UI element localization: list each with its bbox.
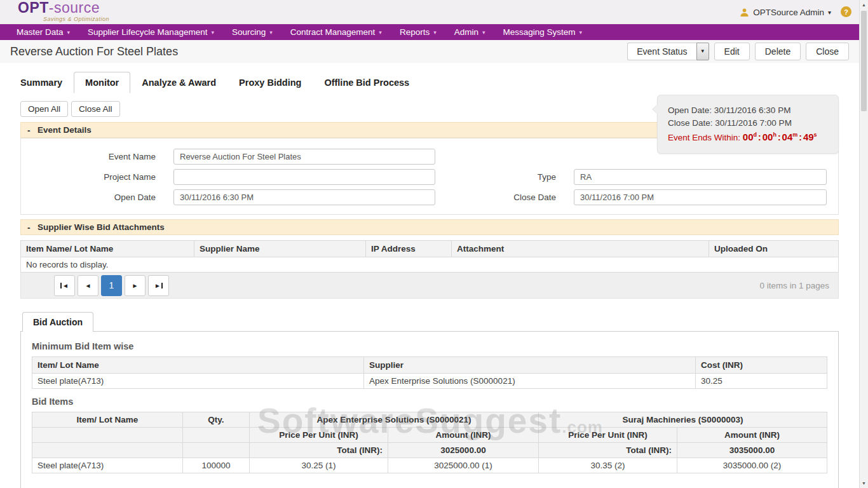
logo-primary: OPT	[18, 0, 49, 16]
no-records-message: No records to display.	[21, 257, 839, 273]
section-supplier-attachments[interactable]: - Supplier Wise Bid Attachments	[20, 219, 839, 235]
nav-item-messaging-system[interactable]: Messaging System▾	[494, 24, 592, 40]
col-item-lot: Item/ Lot Name	[32, 357, 364, 374]
chevron-down-icon: ▾	[211, 29, 214, 36]
s2-amount: 3035000.00 (2)	[677, 458, 827, 473]
project-name-label: Project Name	[21, 172, 173, 182]
chevron-down-icon: ▾	[433, 29, 437, 36]
top-bar: OPT-source Savings & Optimization OPTSou…	[0, 0, 868, 24]
nav-item-master-data[interactable]: Master Data▾	[8, 24, 79, 40]
logo-secondary: -source	[49, 0, 100, 16]
open-date-field[interactable]	[173, 189, 435, 205]
project-name-field[interactable]	[173, 169, 435, 185]
countdown-days: 00d	[743, 132, 757, 142]
supplier2-header: Suraj Machineries (S0000003)	[539, 412, 827, 428]
first-page-icon: ◄	[62, 282, 69, 289]
nav-item-admin[interactable]: Admin▾	[445, 24, 494, 40]
tab-proxy-bidding[interactable]: Proxy Bidding	[227, 72, 313, 93]
tab-bid-auction[interactable]: Bid Auction	[22, 312, 93, 332]
tab-analyze-award[interactable]: Analyze & Award	[130, 72, 227, 93]
dropdown-arrow-icon[interactable]: ▼	[696, 43, 709, 60]
vertical-scrollbar[interactable]: ▲ ▼	[859, 0, 868, 488]
minimum-bid-heading: Minimum Bid Item wise	[32, 341, 827, 351]
chevron-down-icon: ▾	[580, 29, 583, 36]
col-supplier: Supplier	[364, 357, 696, 374]
type-label: Type	[435, 172, 574, 182]
col-item-lot: Item/ Lot Name	[32, 412, 183, 428]
countdown-label: Event Ends Within:	[668, 133, 740, 142]
help-icon[interactable]: ?	[841, 6, 851, 17]
minimum-bid-header-row: Item/ Lot Name Supplier Cost (INR)	[32, 357, 827, 374]
bid-items-data-row: Steel plate(A713) 100000 30.25 (1) 30250…	[32, 458, 827, 473]
minimum-bid-table: Item/ Lot Name Supplier Cost (INR) Steel…	[32, 356, 827, 389]
s2-total-label: Total (INR):	[539, 443, 677, 458]
scroll-down-icon[interactable]: ▼	[860, 478, 868, 488]
last-page-button[interactable]: ►	[148, 275, 169, 296]
nav-item-reports[interactable]: Reports▾	[391, 24, 445, 40]
close-date-field[interactable]	[574, 189, 827, 205]
col-attachment[interactable]: Attachment	[452, 241, 709, 257]
empty-row: No records to display.	[21, 257, 839, 273]
col-qty: Qty.	[183, 412, 250, 428]
type-field[interactable]	[574, 169, 827, 185]
chevron-down-icon: ▾	[67, 29, 71, 36]
page-tabs: Summary Monitor Analyze & Award Proxy Bi…	[0, 63, 868, 93]
chevron-down-icon: ▾	[828, 9, 831, 16]
user-menu[interactable]: OPTSource Admin ▾	[740, 0, 831, 24]
page-title: Reverse Auction For Steel Plates	[10, 45, 178, 58]
nav-item-contract-management[interactable]: Contract Management▾	[281, 24, 391, 40]
edit-button[interactable]: Edit	[714, 43, 750, 61]
attachments-pagination: ◄ ◄ 1 ► ► 0 items in 1 pages	[20, 273, 839, 299]
brand-logo: OPT-source Savings & Optimization	[18, 1, 109, 22]
s2-price: 30.35 (2)	[539, 458, 677, 473]
delete-button[interactable]: Delete	[755, 43, 801, 61]
collapse-minus-icon[interactable]: -	[27, 125, 37, 135]
nav-item-supplier-lifecycle[interactable]: Supplier Lifecycle Management▾	[79, 24, 223, 40]
tab-monitor[interactable]: Monitor	[74, 72, 130, 93]
tab-offline-bid-process[interactable]: Offline Bid Process	[313, 72, 421, 93]
bid-item-qty: 100000	[183, 458, 250, 473]
tooltip-close-date: Close Date: 30/11/2016 7:00 PM	[668, 117, 828, 130]
user-name: OPTSource Admin	[753, 8, 824, 17]
close-button[interactable]: Close	[806, 43, 849, 61]
scrollbar-thumb[interactable]	[861, 11, 867, 111]
user-icon	[740, 8, 749, 17]
col-uploaded-on[interactable]: Uploaded On	[709, 241, 839, 257]
s2-col-price: Price Per Unit (INR)	[539, 428, 677, 443]
tab-summary[interactable]: Summary	[9, 72, 74, 93]
supplier1-header: Apex Enterprise Solutions (S0000021)	[250, 412, 539, 428]
event-status-dropdown[interactable]: Event Status ▼	[627, 43, 709, 60]
title-bar: Reverse Auction For Steel Plates Event S…	[0, 40, 868, 63]
collapse-minus-icon[interactable]: -	[27, 222, 37, 233]
nav-item-sourcing[interactable]: Sourcing▾	[223, 24, 281, 40]
min-bid-cost: 30.25	[696, 374, 827, 389]
app-window: OPT-source Savings & Optimization OPTSou…	[0, 0, 868, 488]
title-actions: Event Status ▼ Edit Delete Close	[627, 43, 849, 61]
items-summary: 0 items in 1 pages	[759, 281, 829, 290]
event-name-field[interactable]	[173, 149, 435, 165]
countdown-hours: 00h	[763, 132, 776, 142]
last-page-icon: ►	[154, 282, 161, 289]
tooltip-open-date: Open Date: 30/11/2016 6:30 PM	[668, 104, 828, 117]
bid-items-header-row-2: Price Per Unit (INR) Amount (INR) Price …	[32, 428, 827, 443]
main-nav: Master Data▾ Supplier Lifecycle Manageme…	[0, 24, 868, 40]
logo-text: OPT-source	[18, 1, 109, 15]
scroll-up-icon[interactable]: ▲	[860, 0, 868, 10]
prev-page-button[interactable]: ◄	[78, 275, 98, 296]
s1-col-price: Price Per Unit (INR)	[250, 428, 388, 443]
s1-amount: 3025000.00 (1)	[388, 458, 539, 473]
col-cost: Cost (INR)	[696, 357, 827, 374]
col-ip-address[interactable]: IP Address	[366, 241, 452, 257]
next-page-button[interactable]: ►	[125, 275, 146, 296]
event-countdown-tooltip: Open Date: 30/11/2016 6:30 PM Close Date…	[657, 95, 839, 154]
chevron-down-icon: ▾	[269, 29, 273, 36]
col-item-lot-name[interactable]: Item Name/ Lot Name	[21, 241, 194, 257]
col-supplier-name[interactable]: Supplier Name	[194, 241, 366, 257]
attachments-header-row: Item Name/ Lot Name Supplier Name IP Add…	[21, 241, 839, 257]
close-all-button[interactable]: Close All	[71, 101, 120, 117]
open-all-button[interactable]: Open All	[20, 101, 68, 117]
s1-total-value: 3025000.00	[388, 443, 539, 458]
bid-items-totals-row: Total (INR): 3025000.00 Total (INR): 303…	[32, 443, 827, 458]
first-page-button[interactable]: ◄	[54, 275, 75, 296]
page-1-button[interactable]: 1	[101, 275, 122, 296]
